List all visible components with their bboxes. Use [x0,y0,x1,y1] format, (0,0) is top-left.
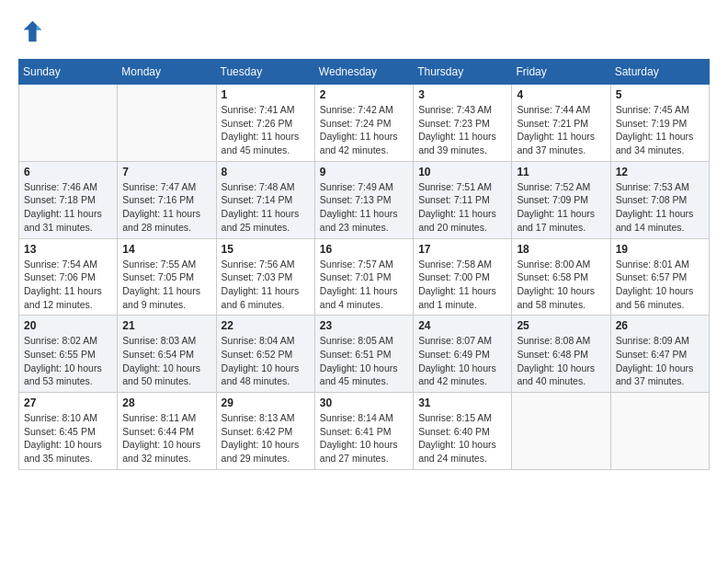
svg-marker-0 [24,21,42,41]
calendar-cell: 26Sunrise: 8:09 AM Sunset: 6:47 PM Dayli… [610,316,709,393]
calendar-cell: 24Sunrise: 8:07 AM Sunset: 6:49 PM Dayli… [414,316,512,393]
calendar-cell: 15Sunrise: 7:56 AM Sunset: 7:03 PM Dayli… [216,238,314,316]
calendar-cell: 30Sunrise: 8:14 AM Sunset: 6:41 PM Dayli… [314,393,413,470]
day-info: Sunrise: 8:14 AM Sunset: 6:41 PM Dayligh… [320,411,408,465]
day-number: 14 [122,243,210,256]
header-saturday: Saturday [610,60,709,85]
day-info: Sunrise: 7:54 AM Sunset: 7:06 PM Dayligh… [24,258,112,312]
day-number: 25 [517,319,605,332]
day-info: Sunrise: 8:13 AM Sunset: 6:42 PM Dayligh… [222,411,310,465]
day-number: 4 [517,88,605,101]
day-info: Sunrise: 7:51 AM Sunset: 7:11 PM Dayligh… [418,180,506,235]
day-info: Sunrise: 7:56 AM Sunset: 7:03 PM Dayligh… [222,258,310,312]
day-number: 24 [418,319,506,332]
calendar-cell: 21Sunrise: 8:03 AM Sunset: 6:54 PM Dayli… [118,316,216,393]
day-number: 19 [616,243,704,256]
day-number: 3 [418,88,506,101]
calendar-cell [610,393,709,470]
calendar-week-2: 6Sunrise: 7:46 AM Sunset: 7:18 PM Daylig… [19,161,710,238]
day-number: 18 [517,243,605,256]
day-number: 20 [24,319,112,332]
header-friday: Friday [512,60,610,85]
calendar-cell: 20Sunrise: 8:02 AM Sunset: 6:55 PM Dayli… [19,316,118,393]
page: Sunday Monday Tuesday Wednesday Thursday… [0,0,728,479]
day-info: Sunrise: 8:04 AM Sunset: 6:52 PM Dayligh… [222,334,310,388]
day-number: 28 [122,396,210,409]
day-info: Sunrise: 8:11 AM Sunset: 6:44 PM Dayligh… [122,411,210,465]
day-number: 21 [122,319,210,332]
day-number: 17 [418,243,506,256]
day-info: Sunrise: 7:53 AM Sunset: 7:08 PM Dayligh… [616,180,704,235]
calendar-cell: 12Sunrise: 7:53 AM Sunset: 7:08 PM Dayli… [610,161,709,238]
calendar-cell: 27Sunrise: 8:10 AM Sunset: 6:45 PM Dayli… [19,393,118,470]
header-wednesday: Wednesday [314,60,413,85]
calendar-cell: 29Sunrise: 8:13 AM Sunset: 6:42 PM Dayli… [216,393,314,470]
weekday-header-row: Sunday Monday Tuesday Wednesday Thursday… [19,60,710,85]
day-number: 12 [616,166,704,178]
day-info: Sunrise: 8:09 AM Sunset: 6:47 PM Dayligh… [616,334,704,388]
day-number: 9 [320,166,408,178]
calendar: Sunday Monday Tuesday Wednesday Thursday… [18,59,710,470]
day-info: Sunrise: 8:00 AM Sunset: 6:58 PM Dayligh… [517,258,605,312]
day-number: 5 [616,88,704,101]
logo [18,18,48,44]
calendar-cell: 8Sunrise: 7:48 AM Sunset: 7:14 PM Daylig… [216,161,314,238]
day-number: 31 [418,396,506,409]
calendar-cell [118,85,216,162]
day-number: 29 [222,396,310,409]
calendar-week-3: 13Sunrise: 7:54 AM Sunset: 7:06 PM Dayli… [19,238,710,316]
calendar-cell [512,393,610,470]
day-number: 10 [418,166,506,178]
svg-marker-1 [37,25,42,30]
day-info: Sunrise: 7:55 AM Sunset: 7:05 PM Dayligh… [122,258,210,312]
day-number: 30 [320,396,408,409]
day-info: Sunrise: 7:52 AM Sunset: 7:09 PM Dayligh… [517,180,605,235]
calendar-week-1: 1Sunrise: 7:41 AM Sunset: 7:26 PM Daylig… [19,85,710,162]
day-info: Sunrise: 7:44 AM Sunset: 7:21 PM Dayligh… [517,103,605,157]
header [18,18,710,44]
day-info: Sunrise: 7:47 AM Sunset: 7:16 PM Dayligh… [122,180,210,235]
day-info: Sunrise: 7:46 AM Sunset: 7:18 PM Dayligh… [24,180,112,235]
day-info: Sunrise: 8:08 AM Sunset: 6:48 PM Dayligh… [517,334,605,388]
day-info: Sunrise: 8:01 AM Sunset: 6:57 PM Dayligh… [616,258,704,312]
calendar-cell: 1Sunrise: 7:41 AM Sunset: 7:26 PM Daylig… [216,85,314,162]
calendar-cell: 14Sunrise: 7:55 AM Sunset: 7:05 PM Dayli… [118,238,216,316]
day-info: Sunrise: 8:07 AM Sunset: 6:49 PM Dayligh… [418,334,506,388]
day-number: 13 [24,243,112,256]
calendar-cell: 19Sunrise: 8:01 AM Sunset: 6:57 PM Dayli… [610,238,709,316]
day-number: 6 [24,166,112,178]
day-info: Sunrise: 8:15 AM Sunset: 6:40 PM Dayligh… [418,411,506,465]
day-number: 22 [222,319,310,332]
calendar-cell: 5Sunrise: 7:45 AM Sunset: 7:19 PM Daylig… [610,85,709,162]
calendar-cell: 18Sunrise: 8:00 AM Sunset: 6:58 PM Dayli… [512,238,610,316]
logo-icon [18,18,44,44]
day-number: 7 [122,166,210,178]
day-info: Sunrise: 8:03 AM Sunset: 6:54 PM Dayligh… [122,334,210,388]
calendar-week-4: 20Sunrise: 8:02 AM Sunset: 6:55 PM Dayli… [19,316,710,393]
day-info: Sunrise: 7:41 AM Sunset: 7:26 PM Dayligh… [222,103,310,157]
calendar-cell: 4Sunrise: 7:44 AM Sunset: 7:21 PM Daylig… [512,85,610,162]
day-number: 8 [222,166,310,178]
calendar-cell: 23Sunrise: 8:05 AM Sunset: 6:51 PM Dayli… [314,316,413,393]
day-info: Sunrise: 7:48 AM Sunset: 7:14 PM Dayligh… [222,180,310,235]
day-info: Sunrise: 7:49 AM Sunset: 7:13 PM Dayligh… [320,180,408,235]
day-number: 16 [320,243,408,256]
calendar-cell: 10Sunrise: 7:51 AM Sunset: 7:11 PM Dayli… [414,161,512,238]
calendar-cell: 16Sunrise: 7:57 AM Sunset: 7:01 PM Dayli… [314,238,413,316]
calendar-week-5: 27Sunrise: 8:10 AM Sunset: 6:45 PM Dayli… [19,393,710,470]
calendar-cell: 7Sunrise: 7:47 AM Sunset: 7:16 PM Daylig… [118,161,216,238]
day-number: 15 [222,243,310,256]
day-info: Sunrise: 7:57 AM Sunset: 7:01 PM Dayligh… [320,258,408,312]
day-info: Sunrise: 7:42 AM Sunset: 7:24 PM Dayligh… [320,103,408,157]
day-number: 1 [222,88,310,101]
header-sunday: Sunday [19,60,118,85]
day-number: 23 [320,319,408,332]
calendar-cell: 25Sunrise: 8:08 AM Sunset: 6:48 PM Dayli… [512,316,610,393]
calendar-cell: 6Sunrise: 7:46 AM Sunset: 7:18 PM Daylig… [19,161,118,238]
day-info: Sunrise: 7:58 AM Sunset: 7:00 PM Dayligh… [418,258,506,312]
day-number: 26 [616,319,704,332]
calendar-cell: 3Sunrise: 7:43 AM Sunset: 7:23 PM Daylig… [414,85,512,162]
header-monday: Monday [118,60,216,85]
day-info: Sunrise: 7:43 AM Sunset: 7:23 PM Dayligh… [418,103,506,157]
day-number: 2 [320,88,408,101]
